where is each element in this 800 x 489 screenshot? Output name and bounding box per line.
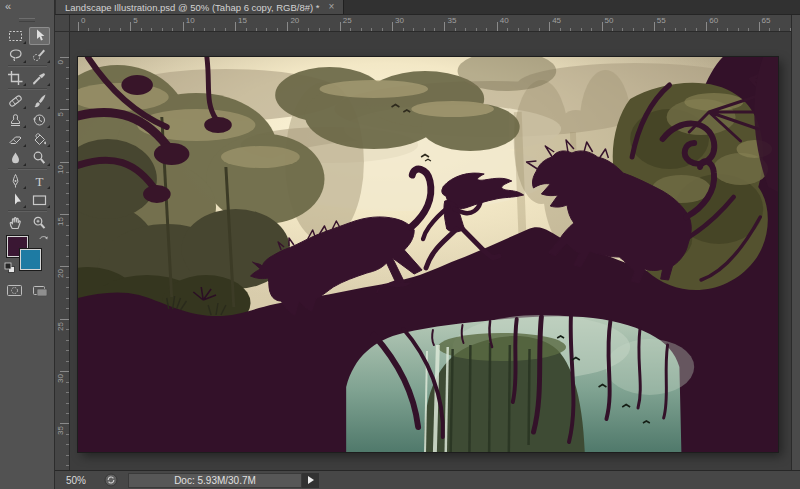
- document-title: Landscape Illustration.psd @ 50% (Tahap …: [65, 2, 320, 13]
- ruler-tick: [172, 28, 173, 31]
- quick-mask-button[interactable]: [6, 284, 23, 297]
- tool-group-separator: [8, 210, 47, 212]
- ruler-tick: [60, 57, 69, 58]
- zoom-tool[interactable]: [29, 214, 50, 232]
- ruler-label: 55: [657, 16, 666, 25]
- ruler-corner: [55, 15, 70, 32]
- ruler-label: 50: [605, 16, 614, 25]
- eyedropper-tool[interactable]: [29, 69, 50, 87]
- type-tool[interactable]: T: [29, 172, 50, 190]
- tab-close-icon[interactable]: ×: [329, 2, 335, 12]
- ruler-tick: [434, 28, 435, 31]
- ruler-tick: [78, 22, 79, 31]
- history-brush-icon: [31, 112, 48, 128]
- lasso-tool[interactable]: [5, 46, 26, 64]
- ruler-tick: [256, 28, 257, 31]
- ruler-tick: [246, 28, 247, 31]
- sync-status-button[interactable]: [104, 473, 118, 487]
- eraser-icon: [7, 131, 24, 147]
- vertical-ruler[interactable]: 0510152025303540: [55, 32, 70, 470]
- history-brush-tool[interactable]: [29, 111, 50, 129]
- paint-bucket-tool[interactable]: [29, 130, 50, 148]
- ruler-tick: [455, 28, 456, 31]
- screen-mode-button[interactable]: [32, 284, 49, 297]
- flyout-arrow-icon: [308, 476, 314, 484]
- blur-icon: [7, 150, 24, 166]
- crop-tool[interactable]: [5, 69, 26, 87]
- svg-text:T: T: [36, 174, 44, 189]
- path-selection-tool[interactable]: [5, 191, 26, 209]
- eraser-tool[interactable]: [5, 130, 26, 148]
- brush-tool[interactable]: [29, 92, 50, 110]
- ruler-tick: [664, 28, 665, 31]
- status-flyout-button[interactable]: [302, 473, 319, 488]
- ruler-tick: [66, 340, 69, 341]
- ruler-tick: [350, 28, 351, 31]
- paint-bucket-icon: [31, 131, 48, 147]
- document-tab[interactable]: Landscape Illustration.psd @ 50% (Tahap …: [56, 0, 344, 14]
- panel-grip[interactable]: [19, 18, 35, 22]
- default-colors-icon[interactable]: [4, 260, 16, 278]
- tools-panel: «: [0, 0, 55, 489]
- ruler-tick: [66, 382, 69, 383]
- ruler-tick: [60, 319, 69, 320]
- ruler-tick: [66, 298, 69, 299]
- blur-tool[interactable]: [5, 149, 26, 167]
- collapse-panel-button[interactable]: «: [5, 0, 10, 13]
- ruler-tick: [287, 22, 288, 31]
- ruler-tick: [633, 28, 634, 31]
- ruler-label: 5: [133, 16, 137, 25]
- swap-colors-icon[interactable]: [38, 232, 50, 250]
- ruler-label: 35: [56, 426, 65, 435]
- ruler-tick: [120, 28, 121, 31]
- ruler-tick: [340, 22, 341, 31]
- clone-stamp-tool[interactable]: [5, 111, 26, 129]
- ruler-tick: [66, 413, 69, 414]
- ruler-tick: [66, 99, 69, 100]
- ruler-label: 10: [56, 165, 65, 174]
- ruler-tick: [66, 204, 69, 205]
- ruler-tick: [66, 88, 69, 89]
- ruler-tick: [162, 28, 163, 31]
- ruler-label: 10: [186, 16, 195, 25]
- screen-mode-icon: [32, 284, 49, 297]
- panel-dock-strip[interactable]: [791, 15, 800, 470]
- ruler-tick: [88, 28, 89, 31]
- ruler-tick: [361, 28, 362, 31]
- rectangular-marquee-tool[interactable]: [5, 27, 26, 45]
- horizontal-ruler[interactable]: 05101520253035404550556065: [70, 15, 791, 32]
- pen-tool[interactable]: [5, 172, 26, 190]
- ruler-tick: [622, 28, 623, 31]
- ruler-tick: [235, 22, 236, 31]
- color-swatches: [4, 232, 51, 276]
- ruler-tick: [66, 151, 69, 152]
- sync-status-icon: [104, 473, 118, 487]
- ruler-tick: [99, 28, 100, 31]
- background-color-swatch[interactable]: [19, 248, 42, 271]
- hand-tool[interactable]: [5, 214, 26, 232]
- move-tool[interactable]: [29, 27, 50, 45]
- ruler-tick: [66, 141, 69, 142]
- canvas-document[interactable]: [78, 57, 778, 452]
- clone-stamp-icon: [7, 112, 24, 128]
- rectangular-marquee-icon: [7, 28, 24, 44]
- ruler-label: 65: [762, 16, 771, 25]
- eyedropper-icon: [31, 70, 48, 86]
- spot-healing-brush-tool[interactable]: [5, 92, 26, 110]
- zoom-level-field[interactable]: 50%: [66, 475, 98, 486]
- ruler-tick: [66, 361, 69, 362]
- ruler-label: 25: [56, 322, 65, 331]
- ruler-label: 0: [81, 16, 85, 25]
- dodge-icon: [31, 150, 48, 166]
- ruler-tick: [214, 28, 215, 31]
- quick-selection-tool[interactable]: [29, 46, 50, 64]
- ruler-tick: [507, 28, 508, 31]
- ruler-label: 40: [500, 16, 509, 25]
- ruler-tick: [654, 22, 655, 31]
- rectangle-shape-tool[interactable]: [29, 191, 50, 209]
- ruler-tick: [204, 28, 205, 31]
- doc-size-field[interactable]: Doc: 5.93M/30.7M: [128, 473, 302, 488]
- pasteboard[interactable]: [70, 32, 791, 470]
- dodge-tool[interactable]: [29, 149, 50, 167]
- ruler-label: 25: [343, 16, 352, 25]
